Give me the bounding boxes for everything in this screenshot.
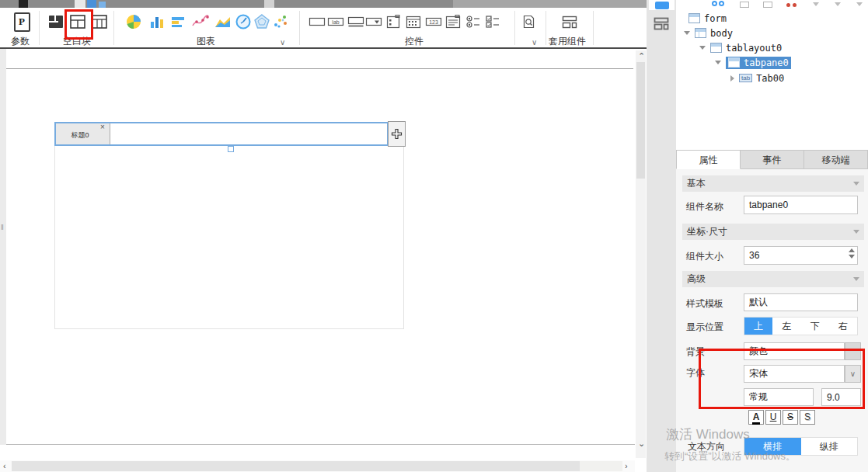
scroll-down-icon[interactable]: ⌄ — [638, 439, 645, 449]
parameter-pane-button[interactable]: P — [12, 12, 31, 32]
font-size-select[interactable]: 9.0 — [821, 388, 861, 406]
textfield-widget-button[interactable] — [308, 12, 326, 32]
section-advanced-label: 高级 — [687, 272, 706, 286]
report-block-button[interactable] — [90, 12, 109, 32]
style-template-input[interactable]: 默认 — [744, 293, 858, 311]
widget-group-chevron-down-icon[interactable]: ∨ — [532, 39, 537, 47]
horizontal-scroll-thumb[interactable] — [12, 461, 580, 471]
scroll-left-icon[interactable]: ‹ — [3, 461, 6, 471]
position-bottom-option[interactable]: 下 — [801, 318, 829, 335]
textfield-icon — [309, 13, 326, 30]
number-field-icon: 123 — [425, 13, 442, 30]
number-widget-button[interactable]: 123 — [424, 12, 443, 32]
canvas-vertical-scrollbar[interactable]: ⌃ ⌄ — [636, 50, 646, 458]
tree-item-body[interactable]: body — [684, 26, 733, 40]
titlebar-fragment — [453, 0, 647, 8]
right-sidebar: form body tablayout0 tabpane0 — [647, 0, 868, 472]
style-template-label: 样式模板 — [686, 297, 723, 311]
tab-mobile[interactable]: 移动端 — [804, 150, 868, 169]
scroll-up-icon[interactable]: ⌃ — [638, 51, 645, 61]
section-basic[interactable]: 基本 — [682, 175, 864, 192]
strikethrough-button[interactable]: S — [783, 410, 798, 425]
preview-widget-button[interactable] — [519, 12, 538, 32]
resize-handle[interactable] — [228, 146, 234, 152]
panel-grip-icon[interactable]: ‖ — [1, 225, 5, 234]
reuse-component-button[interactable] — [560, 12, 579, 32]
checkbox-group-widget-button[interactable] — [483, 12, 502, 32]
absolute-block-button[interactable] — [47, 12, 65, 32]
gauge-chart-button[interactable] — [234, 12, 253, 32]
section-coordinates[interactable]: 坐标·尺寸 — [682, 224, 864, 240]
tab-item[interactable]: 标题0 × — [56, 123, 110, 144]
font-family-chevron[interactable]: ∨ — [845, 365, 861, 383]
pie-chart-button[interactable] — [124, 12, 143, 32]
component-name-input[interactable]: tabpane0 — [744, 196, 858, 214]
blank-block-group-label: 空白块 — [63, 35, 91, 48]
component-tree-tab[interactable] — [649, 0, 675, 10]
textarea-widget-button[interactable] — [444, 12, 462, 32]
sidebar-tab-strip — [647, 0, 676, 472]
design-canvas[interactable]: ‖ 标题0 × — [0, 49, 635, 445]
tab-properties[interactable]: 属性 — [676, 150, 741, 169]
area-chart-button[interactable] — [213, 12, 232, 32]
underline-button[interactable]: U — [765, 410, 781, 425]
tab-block-button[interactable] — [68, 12, 87, 32]
expand-arrow-icon[interactable] — [699, 46, 706, 50]
tree-item-tablayout0[interactable]: tablayout0 — [699, 40, 782, 55]
list-widget-button[interactable] — [384, 12, 403, 32]
position-top-option[interactable]: 上 — [744, 318, 772, 335]
bar-chart-button[interactable] — [169, 12, 188, 32]
body-icon — [695, 28, 706, 38]
size-spinner[interactable] — [848, 248, 856, 259]
section-advanced[interactable]: 高级 — [682, 271, 864, 287]
button-widget-button[interactable] — [347, 12, 365, 32]
line-chart-button[interactable] — [191, 12, 210, 32]
scroll-right-icon[interactable]: › — [625, 461, 628, 471]
direction-vertical-option[interactable]: 纵排 — [801, 438, 858, 455]
tab-events[interactable]: 事件 — [741, 150, 804, 169]
tree-item-tab00[interactable]: tab Tab00 — [730, 71, 784, 85]
tabpane-header-strip[interactable]: 标题0 × — [54, 122, 389, 146]
column-chart-button[interactable] — [148, 12, 166, 32]
toolbar-icon-fragment — [740, 2, 749, 8]
canvas-horizontal-scrollbar[interactable]: ‹ › — [0, 460, 635, 472]
font-family-select[interactable]: 宋体 — [744, 365, 845, 383]
tab-block-icon — [69, 13, 86, 30]
background-select[interactable]: 颜色 — [744, 342, 845, 360]
absolute-block-icon — [47, 13, 64, 30]
radio-group-widget-button[interactable] — [464, 12, 483, 32]
direction-horizontal-option[interactable]: 横排 — [744, 438, 801, 455]
left-collapsed-panel[interactable]: ‖ — [0, 49, 6, 445]
expand-arrow-icon[interactable] — [684, 31, 690, 35]
label-widget-button[interactable]: lab — [326, 12, 345, 32]
datepicker-widget-button[interactable] — [404, 12, 423, 32]
vertical-scroll-thumb[interactable] — [636, 62, 645, 179]
position-right-option[interactable]: 右 — [829, 318, 857, 335]
pie-chart-icon — [125, 13, 142, 30]
background-extra-button[interactable] — [845, 342, 861, 360]
font-label: 字体 — [686, 366, 705, 380]
tree-item-label: form — [704, 13, 727, 24]
toolbar-separator — [299, 11, 300, 45]
collapse-arrow-icon[interactable] — [730, 75, 734, 82]
shadow-button[interactable]: S — [800, 410, 815, 425]
horizontal-scroll-track[interactable] — [580, 461, 622, 471]
component-toolbar: P 参数 空白块 — [0, 8, 647, 49]
toolbar-separator — [593, 11, 594, 45]
combobox-widget-button[interactable] — [364, 12, 383, 32]
toolbar-icon-fragment — [719, 1, 724, 6]
font-color-button[interactable]: A — [748, 410, 764, 425]
font-style-select[interactable]: 常规 — [744, 388, 814, 406]
component-size-input[interactable]: 36 — [744, 246, 858, 265]
add-tab-button[interactable] — [388, 121, 406, 147]
tabpane-body[interactable] — [54, 145, 404, 329]
tab-close-icon[interactable]: × — [100, 123, 105, 131]
scatter-chart-button[interactable] — [271, 12, 290, 32]
radar-chart-button[interactable] — [253, 12, 271, 32]
expand-arrow-icon[interactable] — [715, 61, 721, 64]
component-library-tab[interactable] — [652, 16, 671, 33]
tree-item-tabpane0[interactable]: tabpane0 — [715, 55, 791, 70]
position-left-option[interactable]: 左 — [772, 318, 800, 335]
tree-item-form[interactable]: form — [688, 11, 727, 26]
chart-group-chevron-down-icon[interactable]: ∨ — [280, 39, 285, 47]
